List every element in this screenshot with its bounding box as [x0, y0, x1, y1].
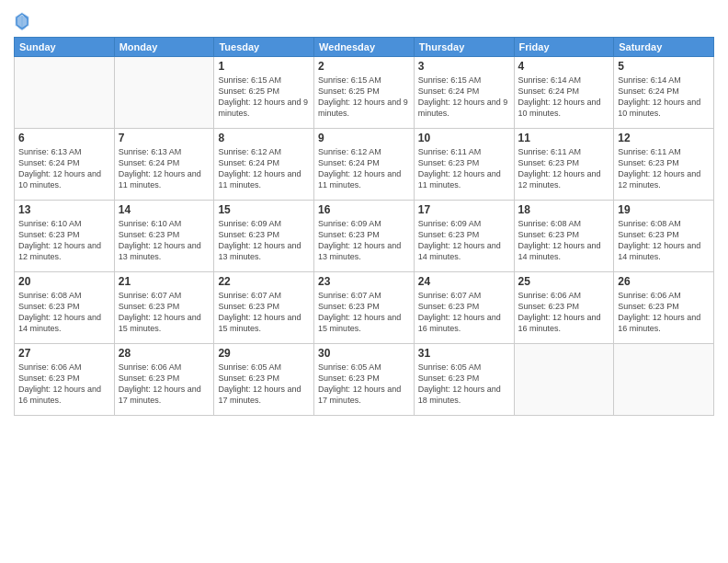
day-info: Sunrise: 6:05 AM Sunset: 6:23 PM Dayligh…	[318, 362, 410, 407]
day-info: Sunrise: 6:09 AM Sunset: 6:23 PM Dayligh…	[218, 218, 310, 263]
calendar-week-row: 13Sunrise: 6:10 AM Sunset: 6:23 PM Dayli…	[15, 201, 714, 272]
calendar-cell	[614, 344, 714, 416]
day-number: 25	[518, 275, 610, 288]
day-info: Sunrise: 6:09 AM Sunset: 6:23 PM Dayligh…	[418, 218, 510, 263]
day-info: Sunrise: 6:08 AM Sunset: 6:23 PM Dayligh…	[518, 218, 610, 263]
logo	[14, 13, 32, 31]
day-number: 1	[218, 60, 310, 73]
day-info: Sunrise: 6:05 AM Sunset: 6:23 PM Dayligh…	[418, 362, 510, 407]
day-info: Sunrise: 6:06 AM Sunset: 6:23 PM Dayligh…	[618, 290, 710, 335]
day-number: 12	[618, 132, 710, 144]
day-number: 6	[18, 132, 110, 144]
day-info: Sunrise: 6:07 AM Sunset: 6:23 PM Dayligh…	[218, 290, 310, 335]
day-info: Sunrise: 6:13 AM Sunset: 6:24 PM Dayligh…	[18, 146, 110, 191]
day-number: 17	[418, 203, 510, 216]
day-info: Sunrise: 6:07 AM Sunset: 6:23 PM Dayligh…	[119, 290, 210, 335]
weekday-header-tuesday: Tuesday	[214, 38, 314, 57]
header	[14, 9, 714, 31]
weekday-header-row: SundayMondayTuesdayWednesdayThursdayFrid…	[15, 38, 714, 57]
logo-icon	[14, 11, 30, 31]
day-info: Sunrise: 6:15 AM Sunset: 6:24 PM Dayligh…	[418, 75, 510, 120]
day-number: 2	[318, 60, 410, 73]
day-number: 22	[218, 275, 310, 288]
calendar-cell: 11Sunrise: 6:11 AM Sunset: 6:23 PM Dayli…	[514, 129, 614, 201]
day-number: 28	[119, 347, 210, 360]
calendar-week-row: 1Sunrise: 6:15 AM Sunset: 6:25 PM Daylig…	[15, 57, 714, 129]
day-number: 23	[318, 275, 410, 288]
weekday-header-monday: Monday	[114, 38, 214, 57]
calendar-cell: 21Sunrise: 6:07 AM Sunset: 6:23 PM Dayli…	[114, 272, 214, 344]
weekday-header-friday: Friday	[514, 38, 614, 57]
calendar-cell: 3Sunrise: 6:15 AM Sunset: 6:24 PM Daylig…	[414, 57, 514, 129]
day-number: 14	[119, 203, 210, 216]
calendar-cell: 14Sunrise: 6:10 AM Sunset: 6:23 PM Dayli…	[114, 201, 214, 272]
day-number: 26	[618, 275, 710, 288]
calendar-cell	[514, 344, 614, 416]
day-number: 20	[18, 275, 110, 288]
calendar-table: SundayMondayTuesdayWednesdayThursdayFrid…	[14, 37, 714, 416]
calendar-cell: 25Sunrise: 6:06 AM Sunset: 6:23 PM Dayli…	[514, 272, 614, 344]
calendar-cell: 31Sunrise: 6:05 AM Sunset: 6:23 PM Dayli…	[414, 344, 514, 416]
day-info: Sunrise: 6:06 AM Sunset: 6:23 PM Dayligh…	[518, 290, 610, 335]
day-number: 7	[119, 132, 210, 144]
calendar-cell: 26Sunrise: 6:06 AM Sunset: 6:23 PM Dayli…	[614, 272, 714, 344]
calendar-cell: 18Sunrise: 6:08 AM Sunset: 6:23 PM Dayli…	[514, 201, 614, 272]
calendar-cell: 5Sunrise: 6:14 AM Sunset: 6:24 PM Daylig…	[614, 57, 714, 129]
day-info: Sunrise: 6:06 AM Sunset: 6:23 PM Dayligh…	[18, 362, 110, 407]
day-number: 30	[318, 347, 410, 360]
day-info: Sunrise: 6:12 AM Sunset: 6:24 PM Dayligh…	[218, 146, 310, 191]
day-number: 21	[119, 275, 210, 288]
day-info: Sunrise: 6:10 AM Sunset: 6:23 PM Dayligh…	[119, 218, 210, 263]
weekday-header-thursday: Thursday	[414, 38, 514, 57]
calendar-cell: 10Sunrise: 6:11 AM Sunset: 6:23 PM Dayli…	[414, 129, 514, 201]
day-info: Sunrise: 6:11 AM Sunset: 6:23 PM Dayligh…	[518, 146, 610, 191]
calendar-cell: 4Sunrise: 6:14 AM Sunset: 6:24 PM Daylig…	[514, 57, 614, 129]
calendar-cell: 6Sunrise: 6:13 AM Sunset: 6:24 PM Daylig…	[15, 129, 115, 201]
calendar-cell: 30Sunrise: 6:05 AM Sunset: 6:23 PM Dayli…	[314, 344, 415, 416]
day-info: Sunrise: 6:15 AM Sunset: 6:25 PM Dayligh…	[318, 75, 410, 120]
day-info: Sunrise: 6:07 AM Sunset: 6:23 PM Dayligh…	[418, 290, 510, 335]
calendar-cell: 29Sunrise: 6:05 AM Sunset: 6:23 PM Dayli…	[214, 344, 314, 416]
day-info: Sunrise: 6:13 AM Sunset: 6:24 PM Dayligh…	[119, 146, 210, 191]
day-number: 3	[418, 60, 510, 73]
calendar-week-row: 27Sunrise: 6:06 AM Sunset: 6:23 PM Dayli…	[15, 344, 714, 416]
day-number: 29	[218, 347, 310, 360]
calendar-cell: 2Sunrise: 6:15 AM Sunset: 6:25 PM Daylig…	[314, 57, 415, 129]
calendar-week-row: 20Sunrise: 6:08 AM Sunset: 6:23 PM Dayli…	[15, 272, 714, 344]
day-info: Sunrise: 6:07 AM Sunset: 6:23 PM Dayligh…	[318, 290, 410, 335]
day-info: Sunrise: 6:05 AM Sunset: 6:23 PM Dayligh…	[218, 362, 310, 407]
day-number: 8	[218, 132, 310, 144]
weekday-header-sunday: Sunday	[15, 38, 115, 57]
day-number: 24	[418, 275, 510, 288]
day-info: Sunrise: 6:06 AM Sunset: 6:23 PM Dayligh…	[119, 362, 210, 407]
calendar-cell: 9Sunrise: 6:12 AM Sunset: 6:24 PM Daylig…	[314, 129, 415, 201]
day-info: Sunrise: 6:11 AM Sunset: 6:23 PM Dayligh…	[618, 146, 710, 191]
day-number: 10	[418, 132, 510, 144]
calendar-cell: 24Sunrise: 6:07 AM Sunset: 6:23 PM Dayli…	[414, 272, 514, 344]
day-number: 9	[318, 132, 410, 144]
day-info: Sunrise: 6:10 AM Sunset: 6:23 PM Dayligh…	[18, 218, 110, 263]
day-number: 16	[318, 203, 410, 216]
day-number: 4	[518, 60, 610, 73]
calendar-cell	[114, 57, 214, 129]
calendar-cell: 27Sunrise: 6:06 AM Sunset: 6:23 PM Dayli…	[15, 344, 115, 416]
day-number: 13	[18, 203, 110, 216]
day-info: Sunrise: 6:12 AM Sunset: 6:24 PM Dayligh…	[318, 146, 410, 191]
day-info: Sunrise: 6:14 AM Sunset: 6:24 PM Dayligh…	[518, 75, 610, 120]
calendar-cell: 13Sunrise: 6:10 AM Sunset: 6:23 PM Dayli…	[15, 201, 115, 272]
weekday-header-saturday: Saturday	[614, 38, 714, 57]
calendar-cell: 16Sunrise: 6:09 AM Sunset: 6:23 PM Dayli…	[314, 201, 415, 272]
calendar-cell: 28Sunrise: 6:06 AM Sunset: 6:23 PM Dayli…	[114, 344, 214, 416]
calendar-cell: 15Sunrise: 6:09 AM Sunset: 6:23 PM Dayli…	[214, 201, 314, 272]
day-number: 15	[218, 203, 310, 216]
page: SundayMondayTuesdayWednesdayThursdayFrid…	[0, 0, 728, 563]
calendar-cell: 23Sunrise: 6:07 AM Sunset: 6:23 PM Dayli…	[314, 272, 415, 344]
calendar-cell: 8Sunrise: 6:12 AM Sunset: 6:24 PM Daylig…	[214, 129, 314, 201]
day-info: Sunrise: 6:08 AM Sunset: 6:23 PM Dayligh…	[18, 290, 110, 335]
day-number: 18	[518, 203, 610, 216]
calendar-cell: 22Sunrise: 6:07 AM Sunset: 6:23 PM Dayli…	[214, 272, 314, 344]
day-info: Sunrise: 6:15 AM Sunset: 6:25 PM Dayligh…	[218, 75, 310, 120]
calendar-cell: 12Sunrise: 6:11 AM Sunset: 6:23 PM Dayli…	[614, 129, 714, 201]
day-number: 31	[418, 347, 510, 360]
calendar-cell	[15, 57, 115, 129]
